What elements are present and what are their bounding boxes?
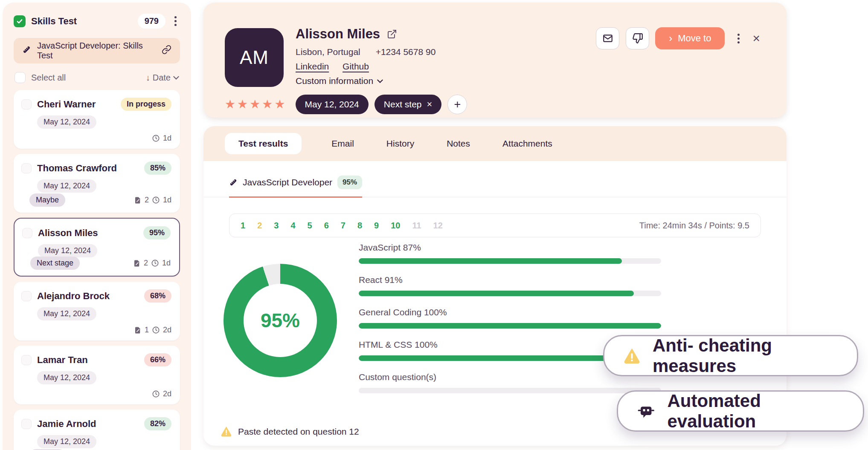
github-link[interactable]: Github [343,61,369,71]
score-badge: 95% [143,226,171,239]
subtab-label: JavasScript Developer [243,177,332,188]
question-number[interactable]: 5 [308,221,312,231]
candidate-name: Lamar Tran [37,355,88,366]
automated-evaluation-label: Automated evaluation [667,391,844,432]
candidate-checkbox[interactable] [21,355,32,365]
stage-pill: Next stage [30,257,80,270]
donut-score-label: 95% [261,309,300,332]
tab-notes[interactable]: Notes [444,133,473,154]
subtab-javascript-developer[interactable]: JavasScript Developer 95% [229,176,362,198]
candidate-list: Cheri Warner In progess May 12, 2024 1d … [14,90,180,450]
candidate-name: Alisson Miles [38,228,98,239]
star-icon[interactable]: ★ [274,98,285,110]
email-button[interactable] [596,27,619,49]
automated-evaluation-callout: Automated evaluation [617,390,864,432]
close-icon[interactable]: × [752,32,760,45]
custom-information-label: Custom information [296,76,373,86]
star-icon[interactable]: ★ [237,98,248,110]
add-tag-button[interactable]: + [447,95,467,114]
tab-test-results[interactable]: Test results [225,133,302,154]
question-number[interactable]: 10 [391,221,400,231]
star-rating: ★★★★★ [225,98,285,110]
sidebar-kebab-menu-icon[interactable] [171,14,180,28]
star-icon[interactable]: ★ [225,98,235,110]
candidate-card[interactable]: Thomas Crawford 85% May 12, 2024 Maybe 2… [14,154,180,213]
test-filter-pill[interactable]: JavaScript Developer: Skills Test [14,38,180,63]
candidate-card[interactable]: Jamie Arnold 82% May 12, 2024 Maybe 2 2d [14,410,180,450]
chain-link-icon[interactable] [162,45,171,57]
sort-control[interactable]: ↓ Date [146,73,179,83]
candidate-date-pill: May 12, 2024 [37,115,96,129]
skill-bar-fill [359,323,661,329]
question-number[interactable]: 9 [374,221,379,231]
warning-text: Paste detected on question 12 [238,427,359,437]
robot-icon [637,401,655,421]
candidate-checkbox[interactable] [21,163,32,173]
reject-button[interactable] [626,27,649,49]
next-step-tag: Next step × [374,95,442,114]
score-badge: 66% [144,353,171,366]
external-link-icon[interactable] [387,29,397,39]
skill-bar-fill [359,258,622,264]
tab-attachments[interactable]: Attachments [500,133,555,154]
candidate-card-selected[interactable]: Alisson Miles 95% May 12, 2024 Next stag… [14,218,180,277]
skill-label: JavaScript 87% [359,242,661,253]
tab-email[interactable]: Email [329,133,357,154]
question-number[interactable]: 8 [357,221,362,231]
candidate-count-badge: 979 [138,14,165,29]
star-icon[interactable]: ★ [262,98,273,110]
notes-count: 2 [144,259,148,268]
candidate-date-pill: May 12, 2024 [38,244,97,257]
custom-information-toggle[interactable]: Custom information [296,76,435,86]
question-number[interactable]: 6 [324,221,329,231]
candidate-checkbox[interactable] [22,228,32,238]
candidate-meta: 2 1d [133,259,171,268]
clock-icon [152,326,160,334]
donut-chart: 95% [224,264,337,377]
candidate-name: Alejandro Brock [37,291,110,302]
question-number[interactable]: 2 [257,221,262,231]
candidate-name: Thomas Crawford [37,163,117,174]
move-to-label: Move to [678,33,711,44]
candidate-profile-header: AM Alisson Miles Lisbon, Portugal +1234 … [203,3,787,118]
notes-count: 2 [145,196,149,205]
candidate-checkbox[interactable] [21,99,32,110]
question-number[interactable]: 4 [290,221,295,231]
anti-cheating-callout: Anti- cheating measures [603,335,858,376]
test-score-badge: 95% [337,176,362,189]
candidate-meta: 1d [152,134,171,143]
select-all-checkbox[interactable] [15,72,26,83]
linkedin-link[interactable]: Linkedin [296,61,329,71]
candidate-card[interactable]: Lamar Tran 66% May 12, 2024 2d [14,346,180,404]
candidate-age: 2d [163,326,171,335]
filter-label: JavaScript Developer: Skills Test [37,41,156,61]
header-kebab-menu-icon[interactable] [734,32,743,45]
candidate-card[interactable]: Alejandro Brock 68% May 12, 2024 1 2d [14,282,180,340]
chevron-down-icon [173,76,179,80]
stage-pill: Maybe [29,193,65,207]
clock-icon [151,259,159,267]
candidate-card[interactable]: Cheri Warner In progess May 12, 2024 1d [14,90,180,149]
remove-tag-icon[interactable]: × [427,99,433,110]
date-tag: May 12, 2024 [296,95,369,114]
score-badge: 85% [144,162,171,175]
clock-icon [152,196,160,204]
candidate-checkbox[interactable] [21,291,32,301]
question-number[interactable]: 1 [241,221,245,231]
candidate-checkbox[interactable] [21,419,32,429]
anti-cheating-label: Anti- cheating measures [653,335,838,376]
question-number[interactable]: 11 [412,221,421,231]
clock-icon [152,390,160,398]
move-to-button[interactable]: › Move to [655,27,725,49]
question-number[interactable]: 12 [433,221,443,231]
tab-bar: Test results Email History Notes Attachm… [203,126,787,161]
tab-history[interactable]: History [384,133,417,154]
sidebar-title: Skills Test [31,16,77,27]
thumbs-down-icon [632,33,643,44]
notes-count: 1 [145,326,149,335]
question-number[interactable]: 3 [274,221,279,231]
chevron-down-icon [377,79,383,83]
question-number[interactable]: 7 [341,221,345,231]
star-icon[interactable]: ★ [250,98,260,110]
candidate-full-name: Alisson Miles [296,26,380,42]
